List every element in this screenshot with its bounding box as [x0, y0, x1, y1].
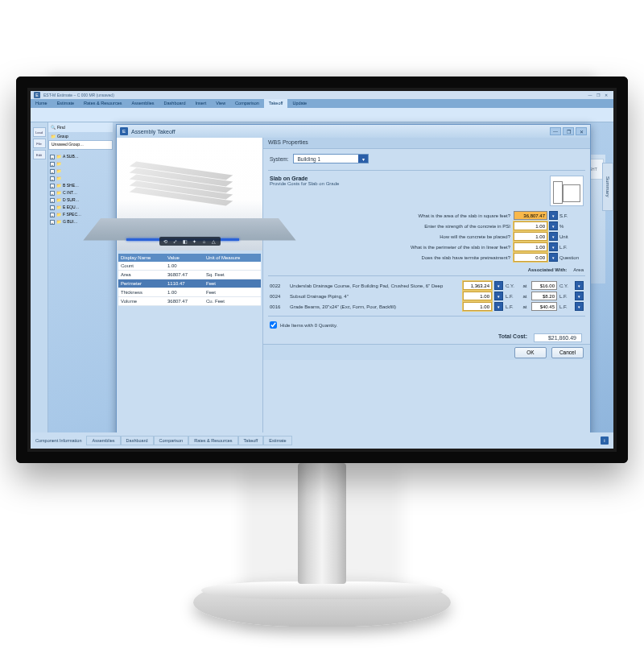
rate-input[interactable] — [532, 292, 556, 300]
tree-row[interactable]: +📁C INT… — [50, 189, 111, 197]
window-minimize-button[interactable]: — — [586, 93, 594, 97]
col-uom[interactable]: Unit of Measure — [204, 254, 261, 262]
chevron-down-icon[interactable]: ▾ — [549, 211, 558, 220]
rate-field[interactable] — [531, 292, 557, 300]
dimension-row[interactable]: Volume36807.47Cu. Feet — [118, 297, 261, 306]
chevron-down-icon[interactable]: ▾ — [494, 292, 503, 300]
tree-row[interactable]: +📁F SPEC… — [50, 211, 111, 218]
expand-icon[interactable]: + — [50, 191, 55, 196]
qty-input[interactable] — [464, 303, 491, 310]
section-detail-thumb[interactable] — [550, 176, 584, 206]
bottom-tab-dashboard[interactable]: Dashboard — [121, 436, 154, 445]
assembly-3d-viewer[interactable]: ⟲⤢◧✦⌂△ — [117, 138, 262, 250]
chevron-down-icon[interactable]: ▾ — [549, 232, 558, 241]
ribbon-tab-rates-resources[interactable]: Rates & Resources — [79, 99, 126, 108]
qty-input[interactable] — [464, 282, 491, 289]
toolstrip-edit-button[interactable]: Edit — [33, 150, 46, 159]
dialog-minimize-button[interactable]: — — [550, 127, 561, 135]
rate-input[interactable] — [532, 303, 556, 310]
answer-input[interactable] — [514, 233, 547, 240]
chevron-down-icon[interactable]: ▾ — [494, 281, 503, 290]
ribbon-tab-view[interactable]: View — [211, 99, 230, 108]
bottom-tab-estimate[interactable]: Estimate — [263, 436, 291, 445]
rate-field[interactable] — [531, 302, 557, 311]
qty-field[interactable] — [463, 292, 492, 300]
viewer-control-icon[interactable]: ⟲ — [163, 238, 169, 245]
window-maximize-button[interactable]: ❐ — [594, 93, 602, 97]
cancel-button[interactable]: Cancel — [551, 347, 584, 358]
system-select[interactable]: Building 1 ▾ — [293, 154, 369, 163]
expand-icon[interactable]: + — [50, 155, 55, 159]
chevron-down-icon[interactable]: ▾ — [549, 221, 558, 230]
chevron-down-icon[interactable]: ▾ — [549, 253, 558, 262]
dimension-row[interactable]: Count1.00 — [118, 262, 261, 271]
window-close-button[interactable]: ✕ — [602, 93, 610, 97]
ok-button[interactable]: OK — [514, 347, 547, 358]
chevron-down-icon[interactable]: ▾ — [575, 292, 584, 300]
qty-input[interactable] — [464, 292, 491, 300]
expand-icon[interactable]: + — [50, 213, 55, 217]
hide-zero-qty-checkbox[interactable] — [270, 321, 277, 329]
unsaved-group-field[interactable]: Unsaved Group… — [48, 140, 113, 150]
dimension-row[interactable]: Perimeter1110.47Feet — [118, 279, 261, 288]
col-value[interactable]: Value — [165, 254, 204, 262]
ribbon-tab-insert[interactable]: Insert — [191, 99, 212, 108]
ribbon-tab-dashboard[interactable]: Dashboard — [159, 99, 191, 108]
col-display-name[interactable]: Display Name — [118, 254, 165, 262]
expand-icon[interactable]: + — [50, 169, 55, 174]
viewer-control-icon[interactable]: ⤢ — [172, 238, 179, 245]
ribbon-tab-estimate[interactable]: Estimate — [52, 99, 79, 108]
tree-row[interactable]: +📁 — [50, 175, 111, 182]
info-icon[interactable]: i — [601, 437, 609, 445]
answer-field[interactable] — [514, 211, 547, 220]
bottom-tab-comparison[interactable]: Comparison — [154, 436, 189, 445]
chevron-down-icon[interactable]: ▾ — [575, 302, 584, 311]
answer-input[interactable] — [514, 212, 547, 219]
tree-row[interactable]: +📁E EQU… — [50, 204, 111, 211]
ribbon-tab-comparison[interactable]: Comparison — [230, 99, 264, 108]
expand-icon[interactable]: + — [50, 184, 55, 188]
bottom-tab-assemblies[interactable]: Assemblies — [86, 436, 120, 445]
viewer-control-icon[interactable]: ◧ — [182, 238, 188, 245]
chevron-down-icon[interactable]: ▾ — [549, 242, 558, 251]
tree-row[interactable]: +📁 — [50, 160, 111, 168]
rate-input[interactable] — [532, 282, 556, 289]
answer-field[interactable] — [514, 242, 547, 251]
ribbon-tab-takeoff[interactable]: Takeoff — [264, 99, 288, 108]
dialog-maximize-button[interactable]: ❐ — [563, 127, 574, 135]
tree-row[interactable]: +📁A SUB… — [50, 153, 111, 160]
expand-icon[interactable]: + — [50, 162, 55, 167]
viewer-control-icon[interactable]: ✦ — [192, 238, 198, 245]
tree-row[interactable]: +📁D SUR… — [50, 197, 111, 204]
viewer-control-icon[interactable]: ⌂ — [201, 238, 208, 245]
answer-input[interactable] — [514, 243, 547, 250]
dialog-close-button[interactable]: ✕ — [576, 127, 587, 135]
expand-icon[interactable]: + — [50, 176, 55, 181]
summary-panel-tab[interactable]: Summary — [602, 163, 613, 211]
chevron-down-icon[interactable]: ▾ — [494, 302, 503, 311]
qty-field[interactable] — [463, 302, 492, 311]
answer-field[interactable] — [514, 253, 547, 262]
tree-row[interactable]: +📁 — [50, 168, 111, 175]
chevron-down-icon[interactable]: ▾ — [575, 281, 584, 290]
ribbon-tab-update[interactable]: Update — [287, 99, 312, 108]
tree-row[interactable]: +📁B SHE… — [50, 182, 111, 189]
answer-input[interactable] — [514, 222, 547, 230]
expand-icon[interactable]: + — [50, 205, 55, 210]
rate-field[interactable] — [531, 281, 557, 290]
answer-input[interactable] — [514, 254, 547, 261]
dimension-row[interactable]: Thickness1.00Feet — [118, 288, 261, 297]
ribbon-tab-assemblies[interactable]: Assemblies — [126, 99, 159, 108]
bottom-tab-takeoff[interactable]: Takeoff — [238, 436, 264, 445]
qty-field[interactable] — [463, 281, 492, 290]
answer-field[interactable] — [514, 221, 547, 230]
dimension-row[interactable]: Area36807.47Sq. Feet — [118, 271, 261, 279]
bottom-tab-rates-resources[interactable]: Rates & Resources — [188, 436, 237, 445]
ribbon-tab-home[interactable]: Home — [31, 99, 52, 108]
expand-icon[interactable]: + — [50, 220, 55, 225]
expand-icon[interactable]: + — [50, 198, 55, 203]
toolstrip-file-button[interactable]: File — [33, 139, 46, 148]
answer-field[interactable] — [514, 232, 547, 241]
toolstrip-load-button[interactable]: Load — [33, 127, 46, 137]
viewer-control-icon[interactable]: △ — [211, 238, 217, 245]
